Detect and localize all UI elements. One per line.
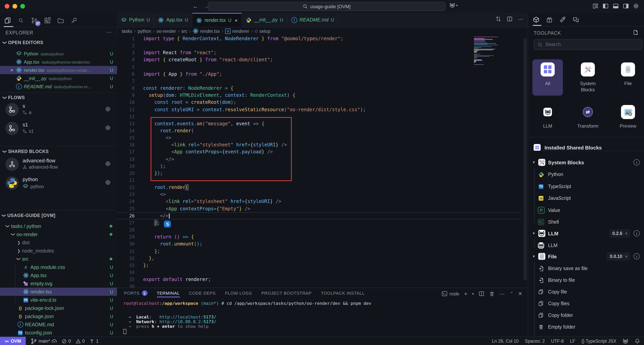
- activity-key[interactable]: [69, 15, 79, 25]
- tool-card-llm[interactable]: LLM: [532, 102, 563, 129]
- block-item-empty-folder[interactable]: Empty folder: [528, 321, 644, 333]
- flow-item[interactable]: pythonpython: [0, 176, 117, 192]
- status-circleslash[interactable]: 0: [62, 338, 71, 344]
- chevdown-button[interactable]: ▾: [472, 292, 474, 296]
- code-editor[interactable]: 1234567891011121314151617181920212223242…: [117, 35, 528, 288]
- flows-header[interactable]: ❯FLOWS: [3, 95, 25, 100]
- trash-button[interactable]: [489, 291, 494, 296]
- back-icon[interactable]: ←: [193, 3, 198, 9]
- block-item-binary-to-file[interactable]: Binary to file: [528, 274, 644, 286]
- flow-item[interactable]: sa: [0, 102, 117, 119]
- gear-button[interactable]: [633, 3, 639, 9]
- status-lf[interactable]: LF: [570, 339, 575, 343]
- tab-__init__.py[interactable]: __init__.pyU: [242, 13, 288, 27]
- toolpack-tab-gift[interactable]: [544, 15, 554, 24]
- block-item-javascript[interactable]: JSJavaScript: [528, 192, 644, 204]
- toolpack-search-input[interactable]: Search: [534, 39, 642, 50]
- gear-icon[interactable]: [105, 161, 111, 167]
- panel-tab-code-deps[interactable]: CODE DEPS: [189, 291, 216, 297]
- explorer-more-icon[interactable]: ⋯: [106, 29, 112, 35]
- shell-selector[interactable]: node: [442, 291, 459, 297]
- block-item-copy-flies[interactable]: Copy flies: [528, 298, 644, 309]
- breadcrumb-item[interactable]: tasks: [122, 29, 132, 33]
- open-editor-item[interactable]: Pythontasks/pythonU: [0, 50, 117, 58]
- more-button[interactable]: ⋯: [499, 290, 505, 297]
- open-editor-item[interactable]: iREADME.mdtasks/python/oo-re...U: [0, 82, 117, 91]
- panel-tab-ports[interactable]: PORTS1: [124, 290, 147, 298]
- traffic-close-button[interactable]: [5, 4, 9, 9]
- status-ln-26-col-10[interactable]: Ln 26, Col 10: [492, 339, 518, 343]
- version-select[interactable]: 0.2.6▾: [609, 229, 630, 238]
- tool-card-preview[interactable]: Preview: [613, 102, 643, 129]
- open-editor-item[interactable]: ×render.tsxtasks/python/oo-rende...U: [0, 66, 117, 74]
- tab-App.tsx[interactable]: App.tsxU: [154, 13, 192, 27]
- info-icon[interactable]: i: [634, 253, 640, 259]
- breadcrumb[interactable]: tasks›python›oo-render›src›render.tsx›⊘r…: [117, 27, 528, 35]
- panel-bottom-button[interactable]: [613, 3, 619, 9]
- status-warning[interactable]: 0: [76, 338, 85, 344]
- tree-item[interactable]: ❯tasks / python: [0, 222, 117, 230]
- status-branch[interactable]: main*: [30, 338, 57, 344]
- block-item-binary-save-as-file[interactable]: Binary save as file: [528, 263, 644, 274]
- open-editors-header[interactable]: ❯OPEN EDITORS: [3, 40, 43, 45]
- activity-blocks[interactable]: [42, 15, 52, 25]
- s-badge-icon[interactable]: S: [164, 221, 171, 228]
- splitpane-button[interactable]: [507, 16, 512, 22]
- tree-item[interactable]: iREADME.mdU: [0, 320, 117, 328]
- open-editor-item[interactable]: App.tsxtasks/python/oo-render/srcU: [0, 58, 117, 66]
- close-icon[interactable]: ×: [8, 67, 15, 73]
- status-antenna[interactable]: 1: [89, 338, 98, 344]
- info-icon[interactable]: i: [634, 159, 640, 165]
- block-item-value[interactable]: Value: [528, 204, 644, 216]
- tree-item[interactable]: ❯oo-render: [0, 230, 117, 238]
- status-bell[interactable]: [635, 338, 640, 344]
- section-file[interactable]: ▼File0.0.10▾i: [532, 252, 644, 261]
- gear-icon[interactable]: [105, 180, 111, 185]
- breadcrumb-item[interactable]: python: [138, 29, 151, 33]
- compare-button[interactable]: [496, 16, 501, 22]
- tab-Python[interactable]: PythonU: [117, 13, 154, 27]
- status-utf-8[interactable]: UTF-8: [551, 339, 564, 343]
- flow-item[interactable]: advanced-flowadvanced-flow: [0, 157, 117, 173]
- traffic-minimize-button[interactable]: [12, 4, 17, 9]
- panel-tab-toolpack-install[interactable]: TOOLPACK INSTALL: [321, 291, 365, 297]
- block-item-shell[interactable]: >_Shell: [528, 216, 644, 228]
- tree-item[interactable]: ❯dist: [0, 238, 117, 247]
- activity-search[interactable]: [16, 15, 26, 25]
- section-system-blocks[interactable]: ▼System Blocksi: [532, 158, 644, 167]
- activity-folder[interactable]: [56, 15, 66, 25]
- chevup-button[interactable]: ⌃: [510, 291, 513, 296]
- tree-item[interactable]: empty.svgU: [0, 279, 117, 288]
- panel-tab-flow-logs[interactable]: FLOW LOGS: [225, 291, 252, 297]
- tree-item[interactable]: #App.module.cssU: [0, 263, 117, 271]
- breadcrumb-item[interactable]: src: [182, 29, 188, 33]
- status--typescript-jsx[interactable]: {} TypeScript JSX: [582, 339, 616, 343]
- block-item-python[interactable]: Python: [528, 169, 644, 180]
- tree-item[interactable]: render.tsxU: [0, 288, 117, 296]
- tree-item[interactable]: ❯src: [0, 255, 117, 263]
- block-item-typescript[interactable]: TSTypeScript: [528, 180, 644, 192]
- block-item-copy-file[interactable]: Copy file: [528, 286, 644, 298]
- toolpack-tab-rocket[interactable]: [558, 15, 567, 24]
- tool-card-transform[interactable]: ⇄Transform: [572, 102, 603, 129]
- activity-files[interactable]: [2, 15, 12, 25]
- breadcrumb-item[interactable]: ⊘renderer: [225, 28, 249, 34]
- open-editor-item[interactable]: __init__.pytasks/pythonU: [0, 74, 117, 82]
- gear-icon[interactable]: [105, 125, 111, 131]
- activity-branch[interactable]: 37: [29, 15, 39, 25]
- shared-blocks-header[interactable]: ❯SHARED BLOCKS: [3, 149, 49, 154]
- tree-item[interactable]: App.tsxU: [0, 271, 117, 279]
- tree-item[interactable]: TStsconfig.jsonU: [0, 328, 117, 336]
- status-spaces-2[interactable]: Spaces: 2: [525, 339, 545, 343]
- assistant-menu[interactable]: ▾: [449, 2, 458, 8]
- info-icon[interactable]: i: [634, 230, 640, 236]
- breadcrumb-item[interactable]: ◇setup: [254, 29, 270, 34]
- tool-card-system-blocks[interactable]: System Blocks: [572, 59, 603, 93]
- breadcrumb-item[interactable]: render.tsx: [193, 28, 220, 34]
- toolpack-tab-comment[interactable]: [571, 15, 580, 24]
- more-button[interactable]: ⋯: [518, 16, 524, 22]
- layout-button[interactable]: [592, 3, 599, 9]
- section-llm[interactable]: ▼LLM0.2.6▾i: [532, 229, 644, 238]
- tree-item[interactable]: {}package-lock.jsonU: [0, 304, 117, 312]
- status-foxline[interactable]: [622, 338, 628, 344]
